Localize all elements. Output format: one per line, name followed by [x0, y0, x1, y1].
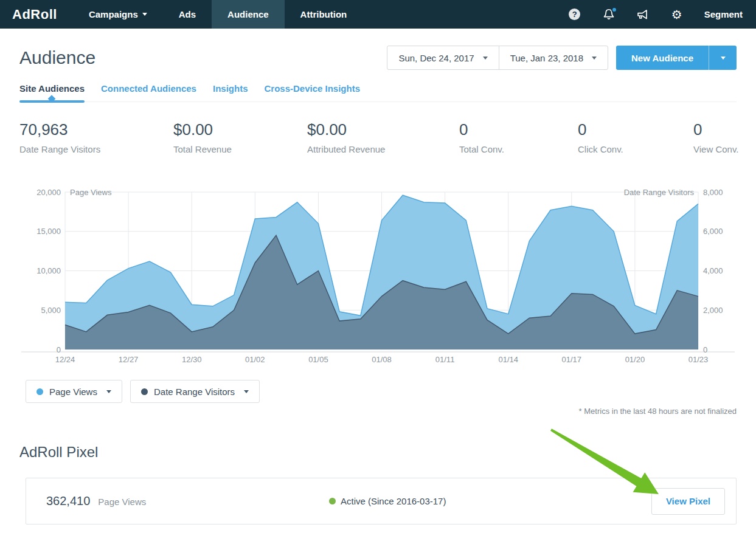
tab-insights[interactable]: Insights: [213, 83, 248, 101]
svg-text:0: 0: [57, 345, 61, 354]
stat-label: Date Range Visitors: [19, 144, 173, 154]
svg-text:01/17: 01/17: [562, 355, 582, 364]
stat-view-conv: 0 View Conv.: [693, 120, 738, 154]
nav-items: Campaigns Ads Audience Attribution: [73, 0, 362, 29]
chart-legend: Page Views Date Range Visitors: [26, 380, 756, 403]
end-date-dropdown[interactable]: Tue, Jan 23, 2018: [499, 46, 608, 69]
pixel-page-views-value: 362,410: [46, 494, 90, 508]
legend-page-views-label: Page Views: [49, 387, 97, 397]
svg-text:Date Range Visitors: Date Range Visitors: [624, 188, 695, 197]
svg-text:01/14: 01/14: [498, 355, 518, 364]
legend-date-range-visitors-dropdown[interactable]: Date Range Visitors: [130, 380, 260, 403]
segment-menu[interactable]: Segment: [704, 9, 743, 19]
svg-text:Page Views: Page Views: [70, 188, 112, 197]
nav-item-ads[interactable]: Ads: [163, 0, 212, 29]
svg-text:12/30: 12/30: [182, 355, 202, 364]
stat-date-range-visitors: 70,963 Date Range Visitors: [19, 120, 173, 154]
tab-insights-label: Insights: [213, 83, 248, 94]
chevron-down-icon: [106, 390, 111, 393]
stat-label: View Conv.: [693, 144, 738, 154]
chevron-down-icon: [244, 390, 249, 393]
nav-item-attribution[interactable]: Attribution: [285, 0, 363, 29]
new-audience-split-button: New Audience: [616, 46, 737, 70]
new-audience-button[interactable]: New Audience: [616, 46, 709, 70]
svg-text:01/02: 01/02: [245, 355, 265, 364]
stat-attributed-revenue: $0.00 Attributed Revenue: [307, 120, 459, 154]
status-dot: [329, 498, 336, 504]
svg-text:10,000: 10,000: [36, 266, 61, 275]
audience-tabs: Site Audiences Connected Audiences Insig…: [19, 83, 737, 102]
nav-item-campaigns[interactable]: Campaigns: [73, 0, 163, 29]
chevron-down-icon: [721, 57, 726, 60]
stat-label: Attributed Revenue: [307, 144, 459, 154]
legend-page-views-dropdown[interactable]: Page Views: [26, 380, 122, 403]
svg-text:20,000: 20,000: [36, 188, 61, 197]
view-pixel-button[interactable]: View Pixel: [651, 488, 725, 515]
page-title: Audience: [19, 47, 95, 68]
stat-value: 70,963: [19, 120, 173, 139]
nav-item-attribution-label: Attribution: [300, 9, 347, 19]
stat-label: Total Conv.: [459, 144, 578, 154]
help-glyph: ?: [569, 9, 580, 20]
svg-text:01/20: 01/20: [625, 355, 645, 364]
nav-item-campaigns-label: Campaigns: [89, 9, 138, 19]
announcements-megaphone-icon[interactable]: [636, 8, 650, 21]
header-controls: Sun, Dec 24, 2017 Tue, Jan 23, 2018 New …: [387, 46, 737, 70]
chevron-down-icon: [142, 13, 147, 16]
nav-item-audience[interactable]: Audience: [212, 0, 285, 29]
adroll-pixel-heading: AdRoll Pixel: [19, 444, 756, 461]
svg-text:01/11: 01/11: [435, 355, 455, 364]
svg-text:8,000: 8,000: [703, 188, 723, 197]
svg-text:01/08: 01/08: [372, 355, 392, 364]
stat-value: 0: [693, 120, 738, 139]
metrics-footnote: * Metrics in the last 48 hours are not f…: [0, 407, 737, 416]
stat-value: $0.00: [173, 120, 307, 139]
date-range-picker: Sun, Dec 24, 2017 Tue, Jan 23, 2018: [387, 46, 608, 70]
tab-cross-device-insights[interactable]: Cross-Device Insights: [264, 83, 360, 101]
tab-connected-audiences[interactable]: Connected Audiences: [101, 83, 196, 101]
audience-trend-chart-container: 05,00010,00015,00020,00002,0004,0006,000…: [0, 182, 756, 368]
stat-label: Total Revenue: [173, 144, 307, 154]
settings-gear-icon[interactable]: ⚙: [670, 8, 684, 21]
audience-trend-chart: 05,00010,00015,00020,00002,0004,0006,000…: [0, 182, 756, 368]
svg-text:6,000: 6,000: [703, 227, 723, 236]
page-header: Audience Sun, Dec 24, 2017 Tue, Jan 23, …: [19, 44, 737, 71]
notifications-bell-icon[interactable]: [602, 8, 616, 21]
svg-text:12/24: 12/24: [55, 355, 75, 364]
adroll-pixel-card: 362,410 Page Views Active (Since 2016-03…: [26, 478, 737, 525]
page-views-dot: [36, 388, 43, 395]
nav-item-audience-label: Audience: [227, 9, 269, 19]
svg-text:01/23: 01/23: [688, 355, 709, 364]
svg-text:12/27: 12/27: [119, 355, 139, 364]
tab-site-audiences-label: Site Audiences: [19, 83, 85, 94]
stat-total-conv: 0 Total Conv.: [459, 120, 578, 154]
summary-stats-row: 70,963 Date Range Visitors $0.00 Total R…: [0, 120, 756, 154]
svg-text:5,000: 5,000: [41, 306, 61, 315]
nav-right-cluster: ? ⚙ Segment: [568, 0, 756, 29]
notification-badge: [611, 7, 617, 13]
nav-item-ads-label: Ads: [179, 9, 196, 19]
svg-text:2,000: 2,000: [703, 306, 723, 315]
help-icon[interactable]: ?: [568, 8, 581, 21]
end-date-value: Tue, Jan 23, 2018: [510, 53, 583, 63]
tab-site-audiences[interactable]: Site Audiences: [19, 83, 85, 101]
start-date-dropdown[interactable]: Sun, Dec 24, 2017: [387, 46, 498, 69]
adroll-logo[interactable]: AdRoll: [0, 0, 73, 29]
chevron-down-icon: [483, 57, 488, 60]
stat-value: 0: [578, 120, 693, 139]
pixel-status-text: Active (Since 2016-03-17): [341, 496, 446, 506]
gear-glyph: ⚙: [671, 9, 682, 21]
start-date-value: Sun, Dec 24, 2017: [398, 53, 474, 63]
new-audience-dropdown-toggle[interactable]: [709, 46, 737, 70]
pixel-page-views: 362,410 Page Views: [46, 494, 329, 508]
tab-cross-device-insights-label: Cross-Device Insights: [264, 83, 360, 94]
stat-label: Click Conv.: [578, 144, 693, 154]
svg-text:0: 0: [703, 345, 707, 354]
tab-connected-audiences-label: Connected Audiences: [101, 83, 196, 94]
svg-text:4,000: 4,000: [703, 266, 723, 275]
stat-value: 0: [459, 120, 578, 139]
top-nav-bar: AdRoll Campaigns Ads Audience Attributio…: [0, 0, 756, 29]
chevron-down-icon: [592, 57, 597, 60]
svg-text:15,000: 15,000: [36, 227, 61, 236]
stat-click-conv: 0 Click Conv.: [578, 120, 693, 154]
